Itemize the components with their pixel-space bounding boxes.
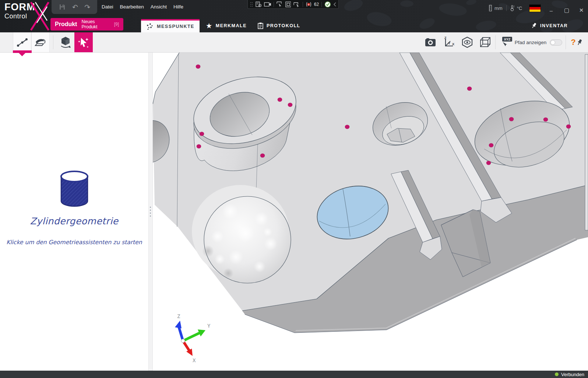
camera-icon: [425, 38, 436, 47]
close-button[interactable]: ✕: [576, 6, 587, 15]
pick-coordinates-button[interactable]: XYZ: [498, 32, 515, 52]
product-category: Produkt: [55, 21, 77, 28]
logo-x-icon: [26, 1, 52, 32]
active-tool-indicator-bar: [13, 50, 32, 53]
geometry-panel: Zylindergeometrie Klicke um den Geometri…: [0, 53, 148, 371]
coordinate-system-button[interactable]: Z Y X: [440, 32, 457, 52]
measurement-point[interactable]: [566, 124, 571, 128]
measurement-point[interactable]: [489, 143, 493, 147]
tab-protokoll[interactable]: PROTOKOLL: [258, 19, 300, 32]
connection-status-text: Verbunden: [561, 372, 584, 377]
measurement-point[interactable]: [288, 103, 292, 107]
pushpin-icon: [531, 22, 537, 29]
assistant-hint: Klicke um den Geometrieassistenten zu st…: [0, 239, 148, 246]
connection-status-icon: [555, 372, 559, 376]
path-points-icon: [16, 37, 28, 48]
active-tool-indicator-caret: [19, 53, 25, 56]
tab-label: MERKMALE: [216, 23, 247, 28]
snapshot-button[interactable]: [422, 32, 439, 52]
panel-splitter[interactable]: [148, 53, 153, 371]
measurement-point[interactable]: [345, 125, 349, 129]
toolbar-separator: [53, 35, 53, 49]
cad-model: [153, 53, 588, 333]
cylinder-geometry-icon: [60, 170, 89, 208]
wireframe-view-button[interactable]: [477, 32, 494, 52]
x-axis-label: X: [193, 357, 196, 363]
tab-label: PROTOKOLL: [267, 23, 300, 28]
minimize-button[interactable]: –: [546, 6, 557, 15]
measurement-point[interactable]: [486, 161, 491, 165]
error-counter: 62: [314, 2, 319, 7]
points-cluster-icon: [146, 23, 154, 30]
tool-path-points[interactable]: [13, 32, 31, 52]
units-display: mm °C: [489, 5, 522, 11]
probe-error-icon[interactable]: ✕: [306, 1, 311, 7]
measurement-point[interactable]: [200, 132, 204, 136]
device-status-toolbar: ✕ 62: [247, 0, 339, 9]
svg-text:✕: ✕: [307, 3, 310, 6]
tab-label: MESSPUNKTE: [157, 24, 194, 29]
view-toolbar: Z Y X XYZ: [0, 32, 588, 53]
length-unit[interactable]: mm: [494, 6, 503, 11]
measurement-point[interactable]: [260, 153, 265, 157]
ruler-icon: [489, 5, 492, 11]
3d-viewport[interactable]: Z Y X: [153, 53, 588, 371]
svg-text:XYZ: XYZ: [504, 38, 511, 41]
measurement-point[interactable]: [278, 97, 282, 101]
separator: [321, 2, 322, 7]
measurement-point[interactable]: [196, 64, 200, 68]
tool-rotate-model[interactable]: [57, 32, 74, 52]
status-bar: Verbunden: [0, 371, 588, 378]
svg-text:Z: Z: [444, 36, 447, 40]
tab-messpunkte[interactable]: MESSPUNKTE: [141, 19, 200, 32]
move-frame-icon[interactable]: [293, 1, 300, 7]
redo-icon[interactable]: ↷: [84, 4, 90, 11]
assistant-title: Zylindergeometrie: [0, 216, 148, 227]
measurement-point[interactable]: [197, 144, 201, 148]
tool-smart-select[interactable]: [74, 32, 93, 52]
temperature-unit[interactable]: °C: [517, 6, 522, 11]
tab-label: INVENTAR: [540, 23, 568, 28]
svg-text:Y: Y: [448, 42, 450, 45]
undo-icon[interactable]: ↶: [72, 4, 78, 11]
tool-surface-sweep[interactable]: [31, 32, 50, 52]
measure-plan-icon[interactable]: [256, 1, 261, 7]
help-button[interactable]: ?: [567, 32, 586, 52]
menu-bearbeiten[interactable]: Bearbeiten: [120, 4, 144, 10]
measurement-point[interactable]: [509, 117, 514, 121]
language-flag-german[interactable]: [529, 5, 541, 12]
status-ok-icon[interactable]: [324, 1, 331, 8]
axis-triad: Z Y X: [175, 313, 211, 363]
frame-in-frame-icon[interactable]: [285, 1, 291, 7]
y-axis: [183, 333, 200, 341]
eye-cube-icon: [461, 37, 473, 48]
geometry-assistant-launcher[interactable]: Zylindergeometrie Klicke um den Geometri…: [0, 170, 148, 246]
splitter-grip-icon: [150, 207, 151, 217]
app-logo: FORM Control: [4, 1, 52, 31]
star-icon: ★: [206, 23, 212, 29]
path-toggle-label-cell: Pfad anzeigen: [514, 32, 547, 52]
tab-merkmale[interactable]: ★ MERKMALE: [206, 19, 247, 32]
menu-ansicht[interactable]: Ansicht: [151, 4, 167, 10]
chevron-left-icon[interactable]: [333, 2, 336, 7]
xyz-cursor-icon: XYZ: [500, 36, 513, 48]
z-axis: [179, 326, 183, 341]
grip-icon[interactable]: [250, 2, 253, 7]
menu-hilfe[interactable]: Hilfe: [173, 4, 183, 10]
svg-text:X: X: [452, 42, 454, 46]
path-toggle-switch[interactable]: [550, 39, 562, 46]
maximize-button[interactable]: ▢: [561, 6, 572, 15]
select-area-icon[interactable]: [277, 1, 283, 7]
rotate-cube-icon: [60, 36, 71, 48]
measurement-point[interactable]: [467, 86, 472, 90]
measurement-point[interactable]: [543, 117, 548, 121]
view-visibility-button[interactable]: [459, 32, 476, 52]
tab-inventar[interactable]: INVENTAR: [531, 19, 568, 32]
save-icon[interactable]: [59, 3, 66, 11]
camera-live-icon[interactable]: [264, 2, 271, 7]
product-button[interactable]: Produkt Neues Produkt [9]: [50, 18, 123, 31]
menu-datei[interactable]: Datei: [102, 4, 113, 10]
z-axis-label: Z: [177, 313, 180, 319]
menu-bar: Datei Bearbeiten Ansicht Hilfe: [102, 4, 183, 10]
y-axis-label: Y: [207, 323, 211, 329]
